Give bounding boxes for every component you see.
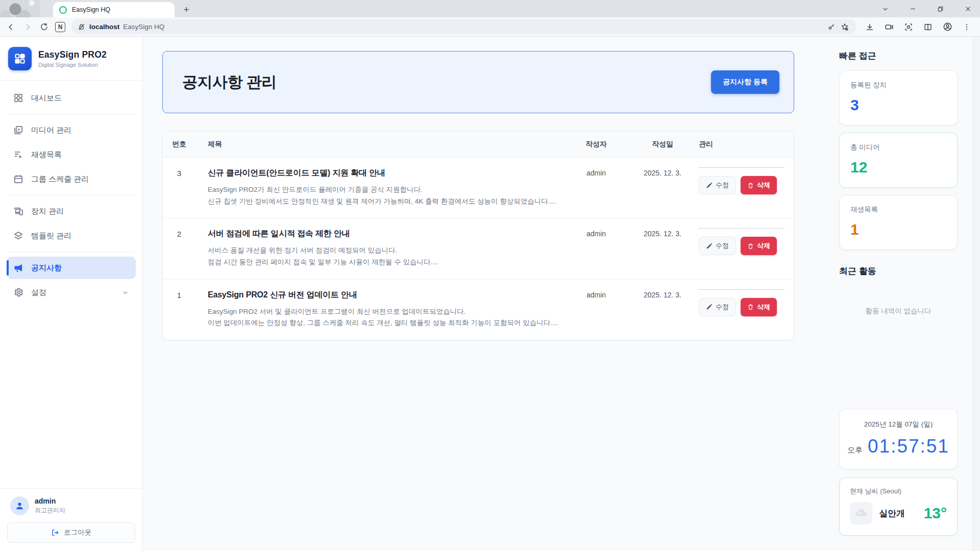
insecure-lock-icon[interactable]: [78, 23, 85, 31]
quick-card-value: 1: [850, 221, 946, 238]
clock-card: 2025년 12월 07일 (일) 오후 01:57:51: [839, 409, 958, 469]
pencil-icon: [706, 243, 713, 249]
page-header-card: 공지사항 관리 공지사항 등록: [162, 51, 794, 113]
user-name: admin: [35, 497, 65, 505]
column-header-author: 작성자: [566, 140, 626, 149]
pencil-icon: [706, 304, 713, 310]
kebab-menu-icon[interactable]: [959, 19, 975, 35]
sidebar-item-dashboard[interactable]: 대시보드: [7, 87, 136, 109]
divider: [699, 228, 785, 229]
sidebar: EasySign PRO2 Digital Signage Solution 대…: [0, 37, 143, 551]
back-icon[interactable]: [3, 19, 19, 35]
quick-card-label: 재생목록: [850, 205, 946, 214]
activity-empty-state: 활동 내역이 없습니다: [839, 307, 958, 316]
weather-label: 현재 날씨 (Seoul): [850, 487, 947, 496]
sidebar-item-notices[interactable]: 공지사항: [7, 257, 136, 279]
devices-icon: [13, 206, 23, 216]
notice-author: admin: [566, 166, 626, 207]
notice-title[interactable]: EasySign PRO2 신규 버전 업데이트 안내: [208, 288, 566, 300]
browser-toolbar: N localhostEasySign HQ: [0, 17, 980, 37]
tab-title: EasySign HQ: [72, 6, 110, 13]
bookmark-star-icon[interactable]: [838, 20, 851, 34]
minimize-icon[interactable]: [905, 2, 920, 16]
edit-button[interactable]: 수정: [699, 176, 736, 194]
avatar: [10, 496, 29, 515]
brand-subtitle: Digital Signage Solution: [38, 62, 107, 68]
recent-activity-title: 최근 활동: [839, 265, 958, 277]
split-view-icon[interactable]: [920, 19, 936, 35]
row-number: 1: [163, 288, 195, 329]
key-icon[interactable]: [825, 20, 838, 34]
quick-card-label: 총 미디어: [850, 143, 946, 152]
sidebar-item-label: 대시보드: [31, 93, 62, 103]
trash-icon: [747, 182, 754, 189]
quick-card-devices[interactable]: 등록된 장치 3: [839, 70, 958, 126]
restore-icon[interactable]: [933, 2, 947, 16]
sidebar-item-label: 미디어 관리: [31, 126, 71, 135]
browser-tab[interactable]: EasySign HQ: [53, 2, 175, 17]
notice-title[interactable]: 신규 클라이언트(안드로이드 모델) 지원 확대 안내: [208, 166, 566, 179]
notice-desc-line1: EasySign PRO2 서버 및 클라이언트 프로그램이 최신 버전으로 업…: [208, 306, 566, 318]
divider: [8, 195, 134, 195]
delete-button[interactable]: 삭제: [741, 176, 777, 194]
logout-label: 로그아웃: [64, 528, 91, 537]
sidebar-item-templates[interactable]: 템플릿 관리: [7, 224, 136, 247]
quick-card-value: 3: [850, 96, 946, 114]
column-header-no: 번호: [163, 140, 195, 149]
new-tab-button[interactable]: +: [179, 2, 194, 17]
quick-card-playlists[interactable]: 재생목록 1: [839, 195, 958, 250]
gear-icon: [13, 287, 23, 297]
column-header-title: 제목: [195, 140, 566, 149]
notice-title[interactable]: 서버 점검에 따른 일시적 접속 제한 안내: [208, 227, 566, 239]
sidebar-item-devices[interactable]: 장치 관리: [7, 200, 136, 222]
close-icon[interactable]: [961, 2, 975, 16]
address-bar[interactable]: localhostEasySign HQ: [71, 19, 856, 34]
row-number: 2: [163, 227, 195, 268]
row-number: 3: [163, 166, 195, 207]
video-camera-icon[interactable]: [881, 19, 897, 35]
notice-date: 2025. 12. 3.: [626, 166, 699, 207]
sidebar-item-group-schedule[interactable]: 그룹 스케줄 관리: [7, 168, 136, 190]
brand-name: EasySign PRO2: [38, 49, 107, 60]
sidebar-user-section: admin 최고관리자 로그아웃: [0, 488, 142, 551]
browser-tab-strip: EasySign HQ +: [0, 0, 980, 17]
register-notice-button[interactable]: 공지사항 등록: [711, 70, 779, 94]
download-icon[interactable]: [862, 19, 878, 35]
table-row: 2 서버 점검에 따른 일시적 접속 제한 안내 서비스 품질 개선을 위한 정…: [163, 218, 794, 279]
edit-button[interactable]: 수정: [699, 298, 736, 316]
notice-desc-line1: 서비스 품질 개선을 위한 정기 서버 점검이 예정되어 있습니다.: [208, 245, 566, 257]
logout-button[interactable]: 로그아웃: [7, 522, 135, 543]
extension-n-icon[interactable]: N: [52, 19, 68, 35]
tab-search-chevron-icon[interactable]: [878, 2, 892, 16]
forward-icon[interactable]: [19, 19, 36, 35]
megaphone-icon: [13, 263, 23, 273]
sidebar-item-label: 설정: [31, 288, 46, 297]
cloud-mist-icon: [850, 502, 872, 524]
notice-date: 2025. 12. 3.: [626, 288, 699, 329]
sidebar-item-settings[interactable]: 설정: [7, 281, 136, 304]
notice-date: 2025. 12. 3.: [626, 227, 699, 268]
layers-icon: [13, 231, 23, 241]
edit-button[interactable]: 수정: [699, 237, 736, 255]
delete-button[interactable]: 삭제: [741, 237, 777, 255]
screenshot-lens-icon[interactable]: [900, 19, 917, 35]
notice-desc-line2: 이번 업데이트에는 안정성 향상, 그룹 스케줄 처리 속도 개선, 멀티 템플…: [208, 317, 566, 329]
weather-condition: 실안개: [879, 508, 905, 519]
profile-icon[interactable]: [939, 19, 955, 35]
media-icon: [13, 125, 23, 135]
notice-desc-line2: 신규 칩셋 기반 장비에서도 안정적인 재생 및 원격 제어가 가능하며, 4K…: [208, 196, 566, 208]
delete-button[interactable]: 삭제: [741, 298, 777, 316]
notice-author: admin: [566, 227, 626, 268]
scrollbar[interactable]: [973, 37, 980, 551]
reload-icon[interactable]: [36, 19, 52, 35]
sidebar-item-label: 템플릿 관리: [31, 231, 71, 241]
quick-card-media[interactable]: 총 미디어 12: [839, 133, 958, 188]
main-content: 공지사항 관리 공지사항 등록 번호 제목 작성자 작성일 관리 3 신규 클라…: [143, 37, 820, 551]
table-row: 1 EasySign PRO2 신규 버전 업데이트 안내 EasySign P…: [163, 280, 794, 340]
clock-time: 01:57:51: [868, 436, 949, 457]
sidebar-item-playlist[interactable]: 재생목록: [7, 143, 136, 166]
sidebar-item-media[interactable]: 미디어 관리: [7, 119, 136, 141]
table-header-row: 번호 제목 작성자 작성일 관리: [163, 131, 794, 158]
divider: [8, 114, 134, 114]
notice-desc-line1: EasySign PRO2가 최신 안드로이드 플레이어 기종을 공식 지원합니…: [208, 184, 566, 196]
